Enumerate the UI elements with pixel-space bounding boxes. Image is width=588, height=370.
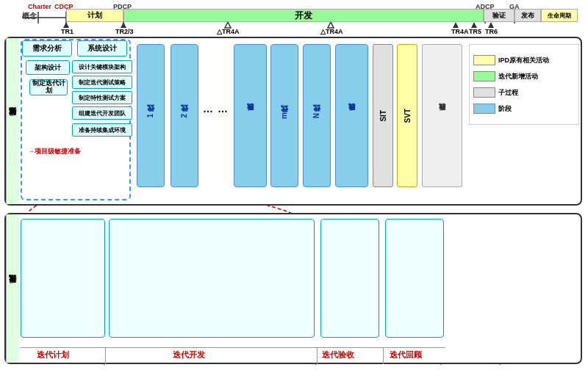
svg-marker-8 (225, 22, 231, 28)
legend-sub-text: 子过程 (498, 88, 518, 98)
sys-verify-end-block: 系统验收 (335, 44, 368, 187)
iter1-block: 迭代1 (137, 44, 165, 187)
main-layout: Charter CDCP PDCP ADCP GA 概念 计划 开发 验证 发布… (0, 0, 588, 370)
itern-label: 迭代N (312, 113, 322, 118)
legend-panel: IPD原有相关活动 迭代新增活动 子过程 阶段 (469, 44, 579, 125)
svt-label: SVT (404, 109, 412, 123)
lower-sep-1 (105, 347, 106, 364)
sit-block: SIT (373, 44, 393, 187)
legend-item-1: IPD原有相关活动 (473, 55, 549, 65)
svg-marker-6 (63, 22, 69, 28)
iter1-label: 迭代1 (146, 114, 156, 118)
legend-phase-text: 阶段 (498, 104, 512, 114)
itern-block: 迭代N (303, 44, 331, 187)
iter-plan-phase-label: 迭代计划 (37, 349, 69, 360)
design-key-box: 设计关键模块架构 (72, 60, 132, 73)
svg-marker-11 (471, 22, 477, 28)
iter2-label: 迭代2 (179, 114, 190, 118)
tr1-marker: TR1 (61, 28, 74, 35)
lifecycle-phase-block: 生命周期 (541, 9, 578, 22)
tr4-marker: TR4A (451, 28, 469, 35)
sit-label: SIT (379, 110, 387, 122)
build-iter-team-box: 组建迭代开发团队 (72, 106, 132, 120)
legend-new-text: 迭代新增活动 (498, 72, 538, 81)
iter-plan-group: 调整版本迭代计划 Story划分 制定项目组迭代计划 Story Est (21, 219, 105, 338)
tr23-marker: TR2/3 (115, 28, 134, 35)
svg-marker-10 (453, 22, 459, 28)
legend-item-3: 子过程 (473, 87, 518, 98)
tr5-marker: TR5 (469, 28, 481, 35)
dots-2: … (218, 103, 228, 115)
iterm-label: 迭代m (279, 112, 290, 119)
tr4a-1-marker: △TR4A (217, 28, 240, 35)
verify-phase-block: 验证 (484, 9, 514, 22)
dots-1: … (203, 103, 213, 115)
iter-test-strategy-box: 制定迭代测试策略 (72, 76, 132, 89)
legend-ipd-text: IPD原有相关活动 (498, 56, 549, 65)
release-label: 发布 (521, 11, 534, 21)
iter-verify-phase-label: 迭代验收 (322, 349, 354, 360)
iter-dev-phase-label: 迭代开发 (173, 349, 205, 360)
lifecycle-label: 生命周期 (548, 12, 571, 20)
iter-dev-group: Story分析 资料设计 资料开发 Story设计 Story实现 Story用… (109, 219, 315, 338)
char-test-plan-box: 制定特性测试方案 (72, 91, 132, 104)
dev-label: 开发 (295, 10, 312, 22)
verify-label: 验证 (492, 11, 506, 21)
iter-test-group: 迭代测试 客户规模验收 迭代评估 (320, 219, 379, 338)
iter-plan-box: 制定迭代计划 (29, 79, 68, 95)
svt-block: SVT (397, 44, 417, 187)
iter2-block: 迭代2 (171, 44, 198, 187)
tr6-marker: TR6 (485, 28, 498, 35)
legend-item-4: 阶段 (473, 104, 512, 114)
svg-marker-12 (488, 22, 494, 28)
charter-label: Charter (28, 3, 51, 10)
sys-verify-mid-block: 系统验收 (234, 44, 267, 187)
plan-label: 计划 (87, 10, 102, 21)
release-phase-block: 发布 (514, 9, 541, 22)
tr4a-2-marker: △TR4A (320, 28, 343, 35)
iter-review-group: 迭代回顾 (385, 219, 444, 338)
lower-sep-2 (317, 347, 318, 364)
dev-phase-block: 开发 (123, 9, 484, 22)
sys-verify-final: 系统验收 (422, 44, 462, 187)
plan-phase-block: 计划 (66, 9, 123, 22)
legend-item-2: 迭代新增活动 (473, 71, 538, 81)
svg-marker-7 (121, 22, 126, 28)
iterm-block: 迭代m (270, 44, 298, 187)
arch-design-box: 架构设计 (26, 60, 70, 75)
project-agile-ready: →项目级敏捷准备 (28, 147, 81, 156)
prepare-env-box: 准备持续集成环境 (72, 123, 132, 137)
lower-left-label: 单次迭代过程 (6, 214, 19, 363)
concept-phase: 概念 (22, 11, 37, 21)
iter-review-phase-label: 迭代回顾 (390, 349, 422, 360)
lower-sep-3 (383, 347, 384, 364)
svg-marker-9 (328, 22, 334, 28)
lower-footer-line (21, 347, 445, 348)
upper-left-label: 整体过程框架 (6, 38, 19, 204)
